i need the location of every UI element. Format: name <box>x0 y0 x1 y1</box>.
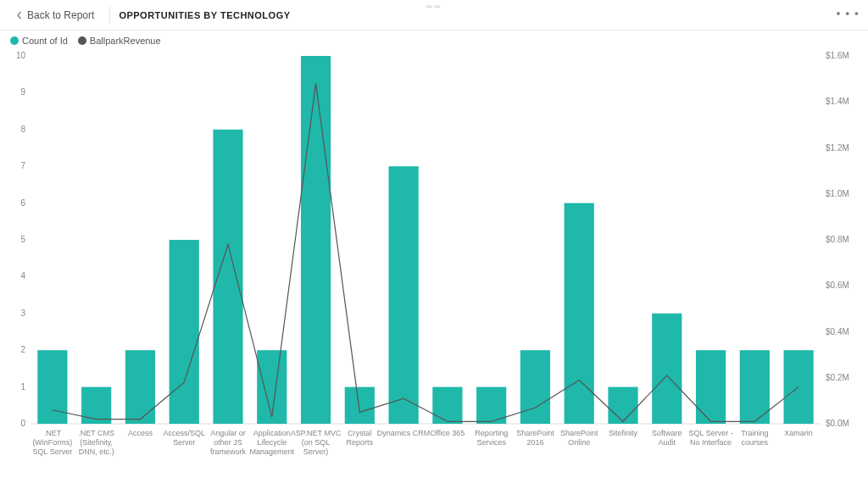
bar[interactable] <box>81 387 111 424</box>
back-to-report-button[interactable]: Back to Report <box>8 6 101 25</box>
more-options-button[interactable]: • • • <box>837 7 860 20</box>
svg-text:10: 10 <box>16 51 26 60</box>
bar-swatch-icon <box>10 36 19 45</box>
bar[interactable] <box>125 350 155 424</box>
top-bar: ══ Back to Report OPPORTUNITIES BY TECHN… <box>0 0 868 31</box>
category-label: ApplicationLifecycleManagement <box>250 429 295 456</box>
revenue-line[interactable] <box>53 84 798 422</box>
legend-label-1: Count of Id <box>22 36 68 46</box>
bar[interactable] <box>565 203 594 424</box>
svg-text:$1.4M: $1.4M <box>826 97 849 106</box>
category-label: Sitefinity <box>609 429 638 437</box>
bar[interactable] <box>608 387 637 424</box>
legend-label-2: BallparkRevenue <box>90 36 161 46</box>
category-label: Access/SQLServer <box>163 429 205 447</box>
svg-text:6: 6 <box>20 198 25 208</box>
legend-item-count[interactable]: Count of Id <box>10 36 68 46</box>
svg-text:2: 2 <box>20 345 25 354</box>
svg-text:$1.6M: $1.6M <box>826 51 849 60</box>
category-label: ReportingServices <box>475 429 508 447</box>
category-label: CrystalReports <box>347 429 374 447</box>
bar[interactable] <box>696 350 726 424</box>
category-label: Angular orother JSframework <box>210 429 247 456</box>
svg-text:7: 7 <box>20 161 25 170</box>
combo-chart: 012345678910$0.0M$0.2M$0.4M$0.6M$0.8M$1.… <box>7 51 861 471</box>
category-label: .NET(WinForms)SQL Server <box>32 429 72 456</box>
bar[interactable] <box>389 166 419 424</box>
bar[interactable] <box>652 314 682 424</box>
svg-text:$0.4M: $0.4M <box>826 327 849 336</box>
category-label: Xamarin <box>784 429 813 437</box>
svg-text:$0.2M: $0.2M <box>826 373 849 382</box>
category-label: SQL Server -No Interface <box>688 429 732 447</box>
svg-text:$0.6M: $0.6M <box>826 281 849 290</box>
svg-text:$0.0M: $0.0M <box>826 419 849 428</box>
bar[interactable] <box>37 350 67 424</box>
category-label: Office 365 <box>430 429 465 437</box>
category-label: SharePoint2016 <box>516 429 554 447</box>
legend-item-revenue[interactable]: BallparkRevenue <box>78 36 161 46</box>
back-label: Back to Report <box>27 9 94 21</box>
svg-text:5: 5 <box>20 235 25 244</box>
bar[interactable] <box>301 56 331 424</box>
category-label: .NET CMS(Sitefinity,DNN, etc.) <box>78 429 114 456</box>
chart-container: 012345678910$0.0M$0.2M$0.4M$0.6M$0.8M$1.… <box>7 51 861 471</box>
svg-text:$0.8M: $0.8M <box>826 235 849 244</box>
svg-text:0: 0 <box>20 419 25 428</box>
svg-text:8: 8 <box>20 125 25 134</box>
bar[interactable] <box>345 387 375 424</box>
drag-handle[interactable]: ══ <box>426 2 442 11</box>
category-label: ASP.NET MVC(on SQLServer) <box>291 429 342 456</box>
svg-text:$1.2M: $1.2M <box>826 143 849 153</box>
svg-text:$1.0M: $1.0M <box>826 189 849 198</box>
category-label: Access <box>128 429 153 437</box>
bar[interactable] <box>257 350 287 424</box>
chevron-left-icon <box>15 11 24 19</box>
svg-text:3: 3 <box>20 308 25 318</box>
category-label: SharePointOnline <box>560 429 598 447</box>
svg-text:9: 9 <box>20 87 25 97</box>
svg-text:1: 1 <box>20 382 25 392</box>
category-label: Dynamics CRM <box>377 429 431 437</box>
bar[interactable] <box>170 240 199 424</box>
svg-text:4: 4 <box>20 271 25 281</box>
line-swatch-icon <box>78 36 86 45</box>
bar[interactable] <box>520 350 550 424</box>
bar[interactable] <box>432 387 462 424</box>
category-label: SoftwareAudit <box>652 429 682 447</box>
header-divider <box>109 7 110 24</box>
chart-legend: Count of Id BallparkRevenue <box>0 31 868 47</box>
category-label: Trainingcourses <box>741 429 768 447</box>
page-title: OPPORTUNITIES BY TECHNOLOGY <box>119 10 290 20</box>
